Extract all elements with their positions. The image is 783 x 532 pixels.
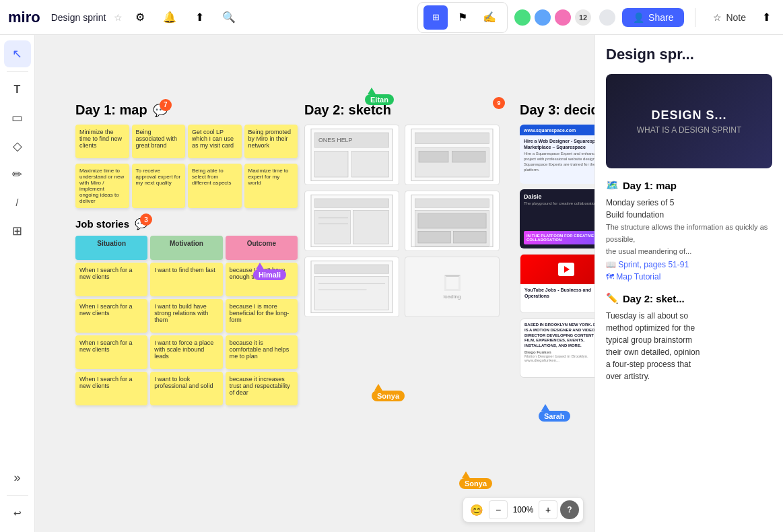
map-icon: 🗺️ bbox=[606, 179, 619, 191]
more-tools[interactable]: » bbox=[4, 464, 31, 491]
day1-section: Day 1: map 💬 7 Minimize the time to find… bbox=[75, 102, 298, 405]
shapes-tool[interactable]: ◇ bbox=[4, 133, 31, 160]
note-label: Note bbox=[726, 12, 746, 23]
current-user-avatar bbox=[598, 8, 617, 27]
canvas[interactable]: Day 1: map 💬 7 Minimize the time to find… bbox=[35, 35, 594, 532]
sketch-6[interactable]: loading 9 bbox=[405, 257, 500, 317]
sketch-5[interactable] bbox=[304, 257, 399, 317]
panel-day2: ✏️ Day 2: sket... Tuesday is all about s… bbox=[606, 292, 772, 383]
reaction-button[interactable]: ✍ bbox=[477, 5, 502, 30]
sticky-3: Get cool LP which I can use as my visit … bbox=[188, 125, 242, 158]
job-row-4: When I search for a new clients I want t… bbox=[75, 372, 298, 405]
view-mode-group: ⊞ ⚑ ✍ bbox=[417, 2, 508, 33]
right-panel: Design spr... DESIGN S... WHAT IS A DESI… bbox=[594, 35, 783, 532]
avatars-group: 12 bbox=[513, 8, 617, 27]
job-row3-situation: When I search for a new clients bbox=[75, 335, 147, 369]
zoom-controls: 😊 − 100% + ? bbox=[463, 497, 584, 523]
avatar-1 bbox=[513, 8, 532, 27]
cursor-eitan: Eitan bbox=[365, 88, 394, 105]
cursor-himali: Himali bbox=[253, 263, 286, 280]
pen-tool[interactable]: ✏ bbox=[4, 161, 31, 188]
separator-2 bbox=[7, 495, 28, 496]
svg-rect-20 bbox=[418, 231, 450, 243]
sketch-4[interactable] bbox=[405, 191, 500, 251]
undo-button[interactable]: ↩ bbox=[4, 500, 31, 527]
timer-button[interactable]: ⚑ bbox=[450, 5, 475, 30]
panel-day1: 🗺️ Day 1: map Monday series of 5 Build f… bbox=[606, 179, 772, 281]
panel-title: Design spr... bbox=[606, 46, 772, 63]
panel-thumbnail-inner: DESIGN S... WHAT IS A DESIGN SPRINT bbox=[606, 74, 772, 168]
sketch-2[interactable] bbox=[405, 125, 500, 185]
sticky-note-tool[interactable]: ▭ bbox=[4, 104, 31, 131]
canvas-content: Day 1: map 💬 7 Minimize the time to find… bbox=[35, 35, 594, 62]
topbar: miro Design sprint ☆ ⚙ 🔔 ⬆ 🔍 ⊞ ⚑ ✍ 12 👤 … bbox=[0, 0, 783, 35]
settings-button[interactable]: ⚙ bbox=[128, 5, 152, 30]
svg-rect-3 bbox=[315, 152, 349, 178]
decide-img-5[interactable]: YouTube Jobs - Business and Operations bbox=[520, 254, 594, 313]
svg-rect-11 bbox=[315, 199, 389, 207]
day1-icon-wrapper: 💬 7 bbox=[153, 103, 168, 118]
avatar-3 bbox=[553, 8, 572, 27]
divider bbox=[695, 8, 695, 27]
help-button[interactable]: ? bbox=[560, 500, 579, 519]
emoji-react-button[interactable]: 😊 bbox=[467, 500, 486, 519]
frame-button[interactable]: ⊞ bbox=[423, 5, 448, 30]
panel-thumbnail: DESIGN S... WHAT IS A DESIGN SPRINT bbox=[606, 74, 772, 168]
panel-thumbnail-content: DESIGN S... WHAT IS A DESIGN SPRINT bbox=[637, 108, 742, 135]
svg-rect-12 bbox=[315, 211, 351, 244]
zoom-in-button[interactable]: + bbox=[539, 500, 557, 519]
thumbnail-text-1: DESIGN S... bbox=[637, 108, 742, 123]
avatar-2 bbox=[533, 8, 552, 27]
left-toolbar: ↖ T ▭ ◇ ✏ / ⊞ » ↩ bbox=[0, 35, 35, 532]
separator-1 bbox=[7, 71, 28, 72]
decide-img-3[interactable]: Daisie The playground for creative colla… bbox=[520, 189, 594, 248]
cursor-sonya-bottom-label: Sonya bbox=[459, 478, 492, 489]
notifications-button[interactable]: 🔔 bbox=[158, 5, 182, 30]
job-row2-motivation: I want to build have strong relations wi… bbox=[150, 299, 222, 333]
svg-rect-9 bbox=[452, 152, 486, 163]
svg-rect-6 bbox=[415, 133, 489, 144]
motivation-header: Motivation bbox=[150, 236, 222, 260]
job-row3-outcome: because it is comfortable and helps me t… bbox=[226, 335, 298, 369]
top-stickies: Minimize the time to find new clients Be… bbox=[75, 125, 298, 158]
panel-day1-text: Monday series of 5 Build foundation The … bbox=[606, 197, 772, 257]
zoom-out-button[interactable]: − bbox=[489, 500, 508, 519]
share-button[interactable]: 👤 Share bbox=[622, 8, 684, 27]
frame-tool[interactable]: ⊞ bbox=[4, 218, 31, 244]
share-link-button[interactable]: ⬆ bbox=[187, 5, 211, 30]
decide-img-1[interactable]: www.squarespace.com Hire a Web Designer … bbox=[520, 125, 594, 184]
sticky-8: Maximize time to expert for my world bbox=[244, 164, 298, 208]
sketch-3[interactable] bbox=[304, 191, 399, 251]
svg-rect-13 bbox=[353, 211, 389, 244]
day3-label: Day 3: decide bbox=[520, 102, 594, 118]
panel-day1-title: 🗺️ Day 1: map bbox=[606, 179, 772, 191]
svg-rect-24 bbox=[315, 277, 389, 310]
star-icon[interactable]: ☆ bbox=[114, 12, 123, 23]
line-tool[interactable]: / bbox=[4, 189, 31, 216]
job-row2-situation: When I search for a new clients bbox=[75, 299, 147, 333]
cursor-sarah-label: Sarah bbox=[539, 411, 570, 422]
job-row4-motivation: I want to look professional and solid bbox=[150, 372, 222, 405]
text-tool[interactable]: T bbox=[4, 76, 31, 103]
sticky-4: Being promoted by Miro in their network bbox=[244, 125, 298, 158]
outcome-header: Outcome bbox=[226, 236, 298, 260]
export-button[interactable]: ⬆ bbox=[758, 7, 775, 28]
job-badge: 3 bbox=[140, 213, 152, 226]
day3-section: Day 3: decide 💬 1 www.squarespace.com Hi… bbox=[520, 102, 594, 378]
sticky-6: To receive approval expert for my next q… bbox=[132, 164, 186, 208]
sketch-1[interactable]: ONES HELP bbox=[304, 125, 399, 185]
job-row4-outcome: because it increases trust and respectab… bbox=[226, 372, 298, 405]
panel-day2-title: ✏️ Day 2: sket... bbox=[606, 292, 772, 304]
sprint-pages-link[interactable]: 📖 Sprint, pages 51-91 bbox=[606, 260, 772, 269]
job-row3-motivation: I want to force a place with scale inbou… bbox=[150, 335, 222, 369]
svg-text:ONES HELP: ONES HELP bbox=[318, 137, 352, 143]
select-tool[interactable]: ↖ bbox=[4, 40, 31, 67]
svg-rect-17 bbox=[415, 199, 489, 207]
bottom-stickies: Maximize time to understand or new with … bbox=[75, 164, 298, 208]
map-tutorial-link[interactable]: 🗺 Map Tutorial bbox=[606, 272, 772, 281]
avatar-count[interactable]: 12 bbox=[574, 8, 592, 27]
search-button[interactable]: 🔍 bbox=[217, 5, 241, 30]
decide-img-7[interactable]: BASED IN BROOKLYN NEW YORK. DIEGO IS A M… bbox=[520, 319, 594, 378]
note-button[interactable]: ☆ Note bbox=[706, 8, 753, 27]
cursor-sonya-top-label: Sonya bbox=[372, 391, 405, 401]
